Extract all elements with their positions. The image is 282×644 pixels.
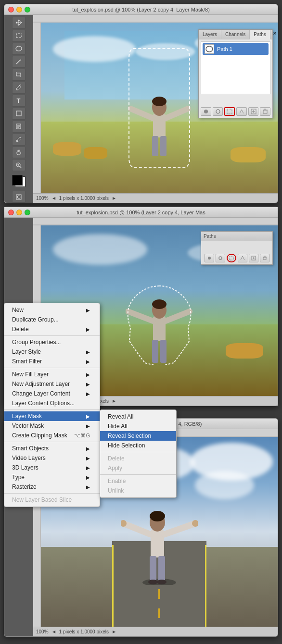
nav-arrow-left3[interactable]: ◀ — [52, 630, 55, 634]
svg-point-64 — [150, 511, 165, 521]
minimize-button1[interactable] — [16, 7, 22, 12]
path-thumbnail — [205, 44, 214, 54]
menu-rasterize[interactable]: Rasterize ▶ — [4, 482, 100, 492]
shape-tool[interactable] — [12, 108, 26, 120]
menu-arrow-video: ▶ — [86, 456, 90, 461]
new-path-btn[interactable] — [248, 107, 259, 116]
move-tool[interactable] — [12, 17, 26, 29]
workpath-btn-mini[interactable] — [238, 254, 247, 262]
menu-arrow-smart-filter: ▶ — [86, 359, 90, 364]
menu-vector-mask[interactable]: Vector Mask ▶ — [4, 421, 100, 431]
color-swatch[interactable] — [11, 174, 26, 188]
fill-btn-mini[interactable] — [205, 254, 214, 262]
eyedropper-tool[interactable] — [12, 134, 26, 146]
minimize-button2[interactable] — [16, 210, 22, 215]
nav-arrow-right1[interactable]: ▶ — [113, 196, 115, 200]
panel-mini-buttons — [201, 254, 272, 262]
submenu-reveal-all[interactable]: Reveal All — [100, 412, 176, 421]
svg-point-71 — [148, 580, 158, 584]
paths-panel: Layers Channels Paths ✕ — [198, 29, 273, 118]
menu-smart-objects[interactable]: Smart Objects ▶ — [4, 444, 100, 453]
traffic-lights1[interactable] — [8, 7, 30, 12]
menu-delete[interactable]: Delete ▶ — [4, 324, 100, 334]
foreground-color[interactable] — [12, 175, 23, 186]
hand-tool[interactable] — [12, 147, 26, 159]
close-button1[interactable] — [8, 7, 14, 12]
submenu-delete: Delete — [100, 454, 176, 463]
menu-3d-layers[interactable]: 3D Layers ▶ — [4, 463, 100, 472]
new-path-btn-mini[interactable] — [249, 254, 258, 262]
text-tool[interactable]: T — [12, 95, 26, 107]
nav-arrow-left1[interactable]: ◀ — [52, 196, 55, 200]
delete-path-btn-mini[interactable] — [260, 254, 269, 262]
menu-arrow-type: ▶ — [86, 475, 90, 480]
menu-video-layers[interactable]: Video Layers ▶ — [4, 453, 100, 463]
separator5 — [4, 493, 100, 494]
svg-point-28 — [204, 110, 208, 113]
context-menu: New ▶ Duplicate Group... Delete ▶ Group … — [4, 303, 100, 507]
panel-bottom-buttons — [201, 107, 270, 116]
stroke-path-btn[interactable] — [213, 107, 223, 116]
submenu-unlink: Unlink — [100, 486, 176, 495]
menu-smart-filter[interactable]: Smart Filter ▶ — [4, 357, 100, 366]
menu-layer-mask[interactable]: Layer Mask ▶ Reveal All Hide All Reveal … — [4, 411, 100, 421]
menu-duplicate-group[interactable]: Duplicate Group... — [4, 315, 100, 324]
menu-new-layer-slice: New Layer Based Slice — [4, 495, 100, 505]
menu-arrow-vector: ▶ — [86, 423, 90, 429]
ruler-horizontal2 — [33, 218, 278, 225]
zoom-tool[interactable] — [12, 159, 26, 171]
submenu-hide-all[interactable]: Hide All — [100, 421, 176, 431]
make-work-path-btn[interactable] — [236, 107, 247, 116]
tab-channels[interactable]: Channels — [221, 30, 250, 39]
svg-point-49 — [219, 257, 222, 260]
submenu-hide-selection[interactable]: Hide Selection — [100, 441, 176, 450]
svg-rect-0 — [16, 34, 21, 37]
crop-tool[interactable] — [12, 69, 26, 81]
ruler-vertical1 — [33, 23, 41, 193]
tab-layers[interactable]: Layers — [199, 30, 221, 39]
submenu-enable: Enable — [100, 476, 176, 486]
load-selection-btn[interactable] — [224, 107, 235, 116]
marquee-tool[interactable] — [12, 30, 26, 42]
nav-arrow-right3[interactable]: ▶ — [113, 630, 115, 634]
zoom-level1: 100% — [36, 196, 49, 201]
submenu-separator2 — [100, 474, 176, 475]
menu-group-properties[interactable]: Group Properties... — [4, 337, 100, 347]
nav-arrow-right2[interactable]: ▶ — [113, 399, 115, 403]
panel-close-btn[interactable]: ✕ — [270, 30, 278, 39]
delete-path-btn[interactable] — [260, 107, 270, 116]
window-title1: tut_explosion.psd @ 100% (Layer 2 copy 4… — [72, 7, 210, 12]
close-button2[interactable] — [8, 210, 14, 215]
menu-change-content[interactable]: Change Layer Content ▶ — [4, 389, 100, 398]
submenu-reveal-selection[interactable]: Reveal Selection — [100, 431, 176, 441]
menu-layer-style[interactable]: Layer Style ▶ — [4, 347, 100, 357]
notes-tool[interactable] — [12, 121, 26, 133]
menu-new-fill[interactable]: New Fill Layer ▶ — [4, 370, 100, 379]
lasso-tool[interactable] — [12, 43, 26, 55]
menu-clipping-mask[interactable]: Create Clipping Mask ⌥⌘G — [4, 431, 100, 440]
svg-rect-54 — [263, 257, 266, 260]
selection-btn-mini[interactable] — [227, 254, 236, 262]
pen-tool[interactable] — [12, 82, 26, 94]
svg-rect-47 — [160, 340, 167, 363]
menu-new-adjustment[interactable]: New Adjustment Layer ▶ — [4, 379, 100, 389]
ruler-horizontal1 — [33, 15, 278, 23]
window-title2: tut_explosion.psd @ 100% (Layer 2 copy 4… — [77, 210, 205, 215]
tab-paths[interactable]: Paths — [250, 30, 270, 39]
magic-wand-tool[interactable] — [12, 56, 26, 68]
menu-type[interactable]: Type ▶ — [4, 472, 100, 482]
separator4 — [4, 442, 100, 442]
svg-rect-50 — [230, 256, 233, 260]
menu-content-options[interactable]: Layer Content Options... — [4, 398, 100, 408]
fill-path-btn[interactable] — [201, 107, 211, 116]
mask-mode-btn[interactable] — [12, 191, 26, 203]
traffic-lights2[interactable] — [8, 210, 30, 215]
maximize-button1[interactable] — [25, 7, 30, 12]
stroke-btn-mini[interactable] — [216, 254, 225, 262]
maximize-button2[interactable] — [25, 210, 30, 215]
panel-tabs: Layers Channels Paths ✕ — [199, 30, 272, 39]
svg-rect-37 — [33, 218, 278, 225]
path-item-1[interactable]: Path 1 — [203, 43, 269, 55]
menu-new[interactable]: New ▶ — [4, 305, 100, 315]
panel-mini: Paths — [201, 231, 273, 265]
